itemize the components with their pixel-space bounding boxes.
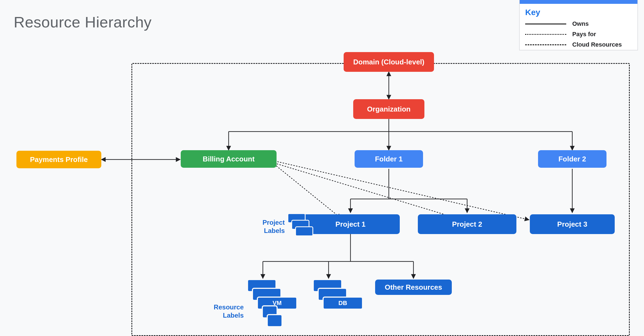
node-project-3: Project 3 bbox=[530, 214, 615, 234]
legend-row-owns: Owns bbox=[520, 19, 637, 29]
legend-label-cloud: Cloud Resources bbox=[572, 41, 622, 48]
legend-swatch-solid bbox=[525, 24, 566, 24]
legend-heading: Key bbox=[520, 4, 637, 19]
legend-label-paysfor: Pays for bbox=[572, 31, 596, 38]
legend-swatch-dashed bbox=[525, 44, 566, 45]
legend-row-paysfor: Pays for bbox=[520, 29, 637, 39]
chip-icon bbox=[295, 226, 313, 236]
legend-swatch-dotted bbox=[525, 34, 566, 35]
page-title: Resource Hierarchy bbox=[14, 13, 152, 31]
node-other-resources: Other Resources bbox=[375, 280, 452, 295]
chip-icon bbox=[267, 314, 283, 327]
legend-row-cloud: Cloud Resources bbox=[520, 39, 637, 50]
node-project-2: Project 2 bbox=[418, 214, 516, 234]
caption-project-labels: Project Labels bbox=[252, 218, 285, 235]
legend-accent-bar bbox=[520, 0, 637, 4]
legend-label-owns: Owns bbox=[572, 20, 589, 27]
diagram-canvas: Resource Hierarchy Key Owns Pays for Clo… bbox=[0, 0, 644, 336]
node-billing-account: Billing Account bbox=[181, 150, 277, 168]
caption-resource-labels: Resource Labels bbox=[200, 303, 244, 320]
node-db: DB bbox=[323, 297, 363, 310]
node-folder-1: Folder 1 bbox=[355, 150, 423, 168]
node-project-1: Project 1 bbox=[301, 214, 400, 234]
node-domain: Domain (Cloud-level) bbox=[344, 52, 434, 72]
node-payments-profile: Payments Profile bbox=[16, 151, 101, 168]
node-folder-2: Folder 2 bbox=[538, 150, 606, 168]
node-organization: Organization bbox=[353, 99, 424, 119]
legend: Key Owns Pays for Cloud Resources bbox=[519, 0, 638, 50]
